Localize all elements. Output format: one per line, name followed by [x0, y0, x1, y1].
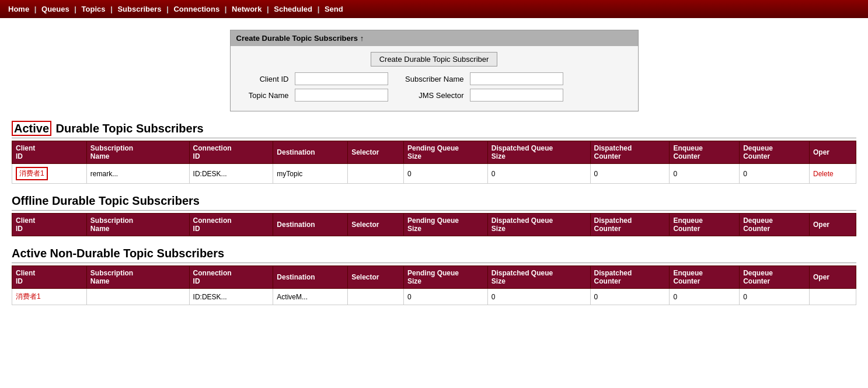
th-conn-id-off: ConnectionID	[189, 214, 273, 236]
jms-selector-label: JMS Selector	[394, 91, 464, 100]
cell-selector	[348, 164, 404, 184]
th-dest-off: Destination	[273, 214, 348, 236]
cell-oper[interactable]: Delete	[810, 164, 856, 184]
th-dqs-off: Dispatched QueueSize	[487, 214, 590, 236]
cell-client-id-nd: 消费者1	[12, 289, 87, 305]
nav-sep-6: |	[267, 5, 269, 13]
subscriber-name-input[interactable]	[470, 72, 563, 85]
th-dc-off: DispatchedCounter	[590, 214, 670, 236]
th-sub-name-nd: SubscriptionName	[86, 266, 189, 289]
cell-dc: 0	[590, 164, 670, 184]
cell-client-id: 消费者1	[12, 164, 87, 184]
cell-deq: 0	[740, 164, 810, 184]
nav-send[interactable]: Send	[325, 5, 343, 13]
th-oper: Oper	[810, 141, 856, 164]
create-header: Create Durable Topic Subscribers ↑	[231, 30, 638, 46]
cell-dest-nd: ActiveM...	[273, 289, 348, 305]
th-dc-nd: DispatchedCounter	[590, 266, 670, 289]
th-sub-name: SubscriptionName	[86, 141, 189, 164]
create-durable-subscriber-button[interactable]: Create Durable Topic Subscriber	[371, 52, 498, 67]
th-client-id: ClientID	[12, 141, 87, 164]
active-nondurable-tbody: 消费者1 ID:DESK... ActiveM... 0 0 0 0 0	[12, 289, 856, 305]
th-dest-nd: Destination	[273, 266, 348, 289]
nav-connections[interactable]: Connections	[173, 5, 219, 13]
form-row-client-id: Client ID Subscriber Name	[236, 72, 632, 85]
nav-topics[interactable]: Topics	[82, 5, 106, 13]
th-oper-off: Oper	[810, 214, 856, 236]
nav-sep-5: |	[225, 5, 227, 13]
create-body: Create Durable Topic Subscriber Client I…	[231, 46, 638, 111]
cell-selector-nd	[348, 289, 404, 305]
nav-subscribers[interactable]: Subscribers	[117, 5, 161, 13]
cell-pqs-nd: 0	[404, 289, 488, 305]
delete-link[interactable]: Delete	[813, 170, 834, 178]
cell-oper-nd	[810, 289, 856, 305]
nav-sep-2: |	[74, 5, 76, 13]
th-enq-nd: EnqueueCounter	[670, 266, 740, 289]
offline-durable-header-row: ClientID SubscriptionName ConnectionID D…	[12, 214, 856, 236]
subscriber-name-label: Subscriber Name	[394, 75, 464, 83]
th-conn-id: ConnectionID	[189, 141, 273, 164]
active-durable-heading: Active Durable Topic Subscribers	[12, 122, 856, 138]
cell-conn-id: ID:DESK...	[189, 164, 273, 184]
th-dqs-nd: Dispatched QueueSize	[487, 266, 590, 289]
nav-queues[interactable]: Queues	[41, 5, 69, 13]
cell-dc-nd: 0	[590, 289, 670, 305]
th-pqs-nd: Pending QueueSize	[404, 266, 488, 289]
create-btn-row: Create Durable Topic Subscriber	[236, 52, 632, 67]
main-content: Create Durable Topic Subscribers ↑ Creat…	[0, 18, 868, 314]
client-id-label: Client ID	[236, 75, 289, 83]
th-pqs: Pending QueueSize	[404, 141, 488, 164]
th-conn-id-nd: ConnectionID	[189, 266, 273, 289]
navbar: Home | Queues | Topics | Subscribers | C…	[0, 0, 868, 18]
nav-sep-3: |	[110, 5, 113, 13]
cell-sub-name: remark...	[86, 164, 189, 184]
cell-dest: myTopic	[273, 164, 348, 184]
nav-sep-7: |	[318, 5, 320, 13]
nav-scheduled[interactable]: Scheduled	[274, 5, 312, 13]
create-section: Create Durable Topic Subscribers ↑ Creat…	[230, 30, 639, 111]
th-selector-nd: Selector	[348, 266, 404, 289]
th-oper-nd: Oper	[810, 266, 856, 289]
th-selector-off: Selector	[348, 214, 404, 236]
th-dest: Destination	[273, 141, 348, 164]
th-enq-off: EnqueueCounter	[670, 214, 740, 236]
active-nondurable-heading: Active Non-Durable Topic Subscribers	[12, 247, 856, 263]
th-deq: DequeueCounter	[740, 141, 810, 164]
th-deq-nd: DequeueCounter	[740, 266, 810, 289]
active-durable-heading-rest: Durable Topic Subscribers	[53, 122, 204, 135]
client-id-input[interactable]	[295, 72, 388, 85]
jms-selector-input[interactable]	[470, 89, 563, 102]
client-id-boxed: 消费者1	[16, 167, 48, 180]
th-dc: DispatchedCounter	[590, 141, 670, 164]
client-id-plain: 消费者1	[16, 292, 41, 300]
th-enq: EnqueueCounter	[670, 141, 740, 164]
cell-pqs: 0	[404, 164, 488, 184]
active-label-box: Active	[12, 121, 51, 136]
active-durable-table: ClientID SubscriptionName ConnectionID D…	[12, 141, 856, 184]
table-row: 消费者1 remark... ID:DESK... myTopic 0 0 0 …	[12, 164, 856, 184]
th-pqs-off: Pending QueueSize	[404, 214, 488, 236]
th-client-id-nd: ClientID	[12, 266, 87, 289]
table-row: 消费者1 ID:DESK... ActiveM... 0 0 0 0 0	[12, 289, 856, 305]
active-nondurable-heading-text: Active Non-Durable Topic Subscribers	[12, 247, 224, 260]
nav-network[interactable]: Network	[232, 5, 262, 13]
create-header-label: Create Durable Topic Subscribers ↑	[236, 34, 364, 43]
form-row-topic-name: Topic Name JMS Selector	[236, 89, 632, 102]
th-client-id-off: ClientID	[12, 214, 87, 236]
offline-durable-table: ClientID SubscriptionName ConnectionID D…	[12, 213, 856, 236]
topic-name-label: Topic Name	[236, 91, 289, 100]
active-nondurable-header-row: ClientID SubscriptionName ConnectionID D…	[12, 266, 856, 289]
topic-name-input[interactable]	[295, 89, 388, 102]
active-nondurable-table: ClientID SubscriptionName ConnectionID D…	[12, 265, 856, 305]
nav-sep-4: |	[166, 5, 169, 13]
th-deq-off: DequeueCounter	[740, 214, 810, 236]
nav-sep-1: |	[34, 5, 37, 13]
cell-deq-nd: 0	[740, 289, 810, 305]
nav-home[interactable]: Home	[8, 5, 29, 13]
cell-conn-id-nd: ID:DESK...	[189, 289, 273, 305]
cell-enq: 0	[670, 164, 740, 184]
cell-dqs-nd: 0	[487, 289, 590, 305]
cell-enq-nd: 0	[670, 289, 740, 305]
th-sub-name-off: SubscriptionName	[86, 214, 189, 236]
